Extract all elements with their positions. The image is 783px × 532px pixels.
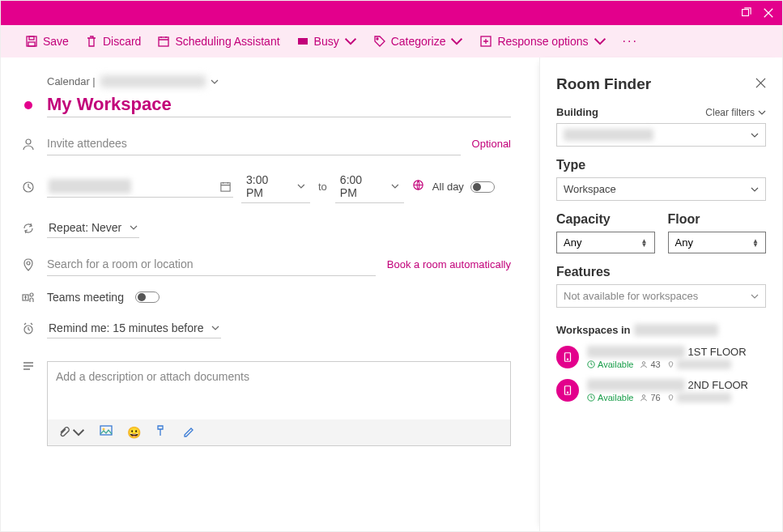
chevron-down-icon — [344, 35, 357, 48]
workspace-status: Available — [587, 393, 633, 402]
end-time-value: 6:00 PM — [340, 173, 381, 199]
svg-rect-10 — [221, 182, 230, 190]
attach-button[interactable] — [57, 426, 85, 439]
discard-label: Discard — [103, 35, 141, 48]
response-options-dropdown[interactable]: Response options — [479, 35, 606, 48]
svg-rect-5 — [298, 38, 308, 45]
workspace-name: redacted2ND FLOOR — [587, 379, 766, 391]
chevron-down-icon — [450, 35, 463, 48]
reminder-icon — [21, 322, 36, 335]
start-time-value: 3:00 PM — [246, 173, 287, 199]
description-box: 😀 — [47, 361, 511, 446]
workspace-capacity: 76 — [640, 393, 660, 402]
svg-point-12 — [27, 262, 30, 265]
workspace-status: Available — [587, 360, 633, 369]
date-picker[interactable]: redacted — [47, 176, 233, 198]
workspace-item[interactable]: redacted2ND FLOOR Available 76 redacted — [556, 379, 766, 402]
close-window-button[interactable] — [763, 7, 774, 19]
attendees-input[interactable] — [47, 132, 461, 155]
svg-point-25 — [643, 395, 645, 398]
description-icon — [21, 360, 36, 372]
categorize-label: Categorize — [391, 35, 446, 48]
more-commands-button[interactable]: ··· — [623, 34, 638, 49]
building-select[interactable]: redacted — [556, 123, 766, 147]
svg-point-8 — [26, 139, 31, 144]
emoji-button[interactable]: 😀 — [127, 426, 140, 439]
popout-button[interactable] — [740, 7, 751, 19]
floor-label: Floor — [668, 212, 767, 227]
clear-filters-link[interactable]: Clear filters — [705, 107, 766, 118]
start-time-select[interactable]: 3:00 PM — [241, 170, 310, 203]
ink-button[interactable] — [182, 424, 195, 440]
svg-rect-3 — [28, 42, 35, 46]
svg-point-14 — [30, 293, 33, 296]
capacity-value: Any — [564, 236, 581, 249]
save-button[interactable]: Save — [25, 35, 69, 48]
chevron-down-icon — [211, 78, 219, 86]
capacity-select[interactable]: Any ▲▼ — [556, 232, 655, 253]
optional-attendees-link[interactable]: Optional — [472, 138, 511, 150]
to-label: to — [318, 181, 327, 193]
room-finder-panel: Room Finder Building Clear filters redac… — [539, 57, 782, 531]
workspace-capacity: 43 — [640, 360, 660, 369]
command-bar: Save Discard Scheduling Assistant Busy C… — [1, 25, 782, 57]
workspace-icon — [556, 379, 579, 402]
chevron-down-icon — [751, 131, 759, 139]
calendar-icon — [219, 181, 232, 193]
scheduling-assistant-button[interactable]: Scheduling Assistant — [157, 35, 279, 48]
response-label: Response options — [497, 35, 588, 48]
features-select[interactable]: Not available for workspaces — [556, 284, 766, 308]
chevron-down-icon — [130, 223, 138, 232]
features-value: Not available for workspaces — [564, 290, 698, 302]
chevron-down-icon — [751, 185, 759, 194]
teams-label: Teams meeting — [47, 291, 124, 304]
features-label: Features — [556, 265, 766, 279]
workspace-item[interactable]: redacted1ST FLOOR Available 43 redacted — [556, 346, 766, 369]
chevron-down-icon — [758, 109, 766, 117]
teams-icon — [21, 291, 36, 304]
floor-value: Any — [675, 236, 693, 249]
type-value: Workspace — [564, 183, 616, 195]
format-painter-button[interactable] — [155, 424, 168, 440]
title-bar — [1, 1, 782, 25]
chevron-down-icon — [594, 35, 606, 48]
svg-point-6 — [377, 38, 378, 40]
location-input[interactable] — [47, 253, 376, 276]
allday-label: All day — [432, 181, 464, 193]
workspace-name: redacted1ST FLOOR — [587, 346, 766, 358]
allday-toggle[interactable] — [470, 181, 495, 193]
type-select[interactable]: Workspace — [556, 177, 766, 201]
chevron-down-icon — [211, 324, 219, 332]
capacity-label: Capacity — [556, 212, 655, 227]
location-icon — [21, 258, 36, 271]
discard-button[interactable]: Discard — [85, 35, 141, 48]
event-form: Calendar | redacted Optional redacted — [1, 57, 539, 531]
building-label: Building — [556, 106, 598, 118]
chevron-down-icon — [751, 292, 759, 300]
room-finder-close-button[interactable] — [755, 77, 766, 92]
chevron-down-icon — [297, 182, 305, 190]
calendar-account: redacted — [100, 75, 206, 87]
end-time-select[interactable]: 6:00 PM — [335, 170, 404, 203]
insert-image-button[interactable] — [100, 424, 113, 440]
workspace-location: redacted — [667, 393, 731, 402]
book-room-link[interactable]: Book a room automatically — [387, 258, 511, 270]
description-input[interactable] — [48, 362, 510, 419]
busy-dropdown[interactable]: Busy — [296, 35, 357, 48]
calendar-picker[interactable]: Calendar | redacted — [47, 75, 511, 87]
svg-point-23 — [567, 392, 568, 393]
svg-point-21 — [643, 362, 645, 364]
teams-toggle[interactable] — [135, 292, 160, 303]
busy-label: Busy — [314, 35, 339, 48]
categorize-dropdown[interactable]: Categorize — [373, 35, 464, 48]
repeat-icon — [21, 222, 36, 235]
repeat-select[interactable]: Repeat: Never — [47, 218, 139, 238]
floor-select[interactable]: Any ▲▼ — [668, 232, 767, 253]
event-title-input[interactable] — [47, 92, 511, 117]
reminder-select[interactable]: Remind me: 15 minutes before — [47, 318, 221, 338]
room-finder-title: Room Finder — [556, 75, 651, 93]
timezone-icon[interactable] — [412, 179, 424, 194]
workspaces-header: Workspaces in redacted — [556, 324, 766, 336]
reminder-value: Remind me: 15 minutes before — [49, 321, 203, 334]
save-label: Save — [43, 35, 69, 48]
